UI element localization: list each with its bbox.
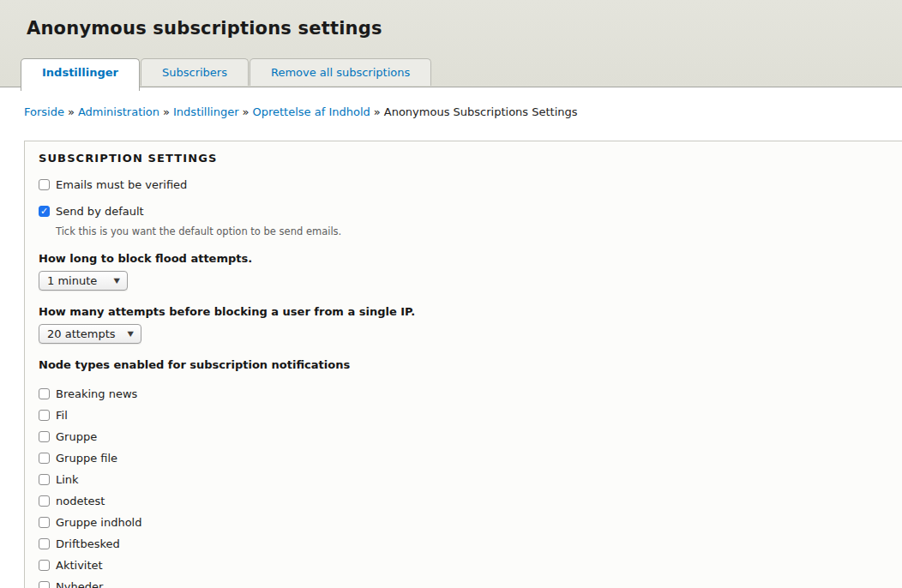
emails-verified-row: ✓ Emails must be verified [39, 178, 902, 191]
send-by-default-row: ✓ Send by default [39, 205, 902, 218]
node-type-row: ✓ Nyheder [39, 576, 902, 588]
breadcrumb-current: Anonymous Subscriptions Settings [384, 105, 578, 118]
breadcrumb-separator: » [243, 105, 250, 118]
breadcrumb-separator: » [374, 105, 381, 118]
flood-window-value: 1 minute [47, 274, 97, 287]
page-header: Anonymous subscriptions settings Indstil… [0, 0, 902, 87]
node-type-checkbox-nodetest[interactable]: ✓ [39, 495, 50, 507]
node-type-checkbox-gruppe-file[interactable]: ✓ [39, 453, 50, 464]
node-type-row: ✓ Aktivitet [39, 555, 902, 576]
node-type-checkbox-fil[interactable]: ✓ [39, 410, 50, 421]
breadcrumb-link-indstillinger[interactable]: Indstillinger [173, 105, 238, 118]
primary-tabs: Indstillinger Subscribers Remove all sub… [21, 58, 431, 92]
node-type-checkbox-gruppe-indhold[interactable]: ✓ [39, 517, 50, 528]
node-type-label[interactable]: Aktivitet [56, 559, 103, 572]
node-type-row: ✓ Fil [39, 405, 902, 426]
node-types-list: ✓ Breaking news ✓ Fil ✓ Gruppe ✓ Gruppe … [39, 383, 902, 588]
check-icon: ✓ [40, 206, 48, 217]
node-type-row: ✓ Driftbesked [39, 533, 902, 555]
node-type-label[interactable]: nodetest [56, 495, 105, 507]
dropdown-arrow-icon: ▼ [113, 277, 119, 285]
node-type-checkbox-link[interactable]: ✓ [39, 474, 50, 485]
node-type-checkbox-nyheder[interactable]: ✓ [39, 581, 50, 588]
node-types-label: Node types enabled for subscription noti… [39, 358, 902, 371]
node-type-row: ✓ Gruppe [39, 426, 902, 447]
tab-indstillinger[interactable]: Indstillinger [21, 58, 140, 91]
flood-window-select[interactable]: 1 minute ▼ [39, 271, 128, 291]
breadcrumb: Forside»Administration»Indstillinger»Opr… [24, 105, 885, 118]
node-type-row: ✓ Gruppe file [39, 447, 902, 469]
send-by-default-description: Tick this is you want the default option… [56, 225, 902, 237]
node-type-label[interactable]: Driftbesked [56, 537, 120, 550]
node-type-checkbox-gruppe[interactable]: ✓ [39, 431, 50, 442]
flood-attempts-select[interactable]: 20 attempts ▼ [39, 324, 141, 344]
send-by-default-label[interactable]: Send by default [56, 205, 144, 218]
node-type-row: ✓ Link [39, 469, 902, 490]
node-type-label[interactable]: Gruppe file [56, 452, 117, 465]
flood-attempts-label: How many attempts before blocking a user… [39, 305, 902, 318]
breadcrumb-separator: » [163, 105, 170, 118]
node-type-row: ✓ Gruppe indhold [39, 512, 902, 533]
node-type-checkbox-aktivitet[interactable]: ✓ [39, 560, 50, 571]
node-type-label[interactable]: Breaking news [56, 387, 137, 400]
page-title: Anonymous subscriptions settings [0, 0, 902, 39]
breadcrumb-link-administration[interactable]: Administration [78, 105, 159, 118]
node-type-label[interactable]: Nyheder [56, 580, 103, 588]
node-type-label[interactable]: Link [56, 473, 79, 486]
breadcrumb-link-oprettelse-af-indhold[interactable]: Oprettelse af Indhold [252, 105, 370, 118]
breadcrumb-link-forside[interactable]: Forside [24, 105, 64, 118]
node-type-row: ✓ Breaking news [39, 383, 902, 405]
fieldset-legend: SUBSCRIPTION SETTINGS [39, 150, 902, 165]
flood-window-label: How long to block flood attempts. [39, 252, 902, 265]
tab-remove-all-subscriptions[interactable]: Remove all subscriptions [250, 58, 431, 86]
breadcrumb-separator: » [68, 105, 75, 118]
emails-verified-checkbox[interactable]: ✓ [39, 179, 50, 190]
page: Anonymous subscriptions settings Indstil… [0, 0, 902, 588]
node-type-label[interactable]: Fil [56, 409, 68, 422]
send-by-default-checkbox[interactable]: ✓ [39, 206, 50, 217]
subscription-settings-fieldset: SUBSCRIPTION SETTINGS ✓ Emails must be v… [24, 141, 902, 588]
flood-attempts-value: 20 attempts [47, 327, 116, 340]
emails-verified-label[interactable]: Emails must be verified [56, 178, 187, 191]
node-type-label[interactable]: Gruppe [56, 430, 97, 443]
dropdown-arrow-icon: ▼ [127, 330, 133, 338]
tab-subscribers[interactable]: Subscribers [141, 58, 249, 86]
node-type-row: ✓ nodetest [39, 490, 902, 512]
node-type-checkbox-breaking-news[interactable]: ✓ [39, 388, 50, 399]
node-type-checkbox-driftbesked[interactable]: ✓ [39, 538, 50, 549]
node-type-label[interactable]: Gruppe indhold [56, 516, 141, 529]
